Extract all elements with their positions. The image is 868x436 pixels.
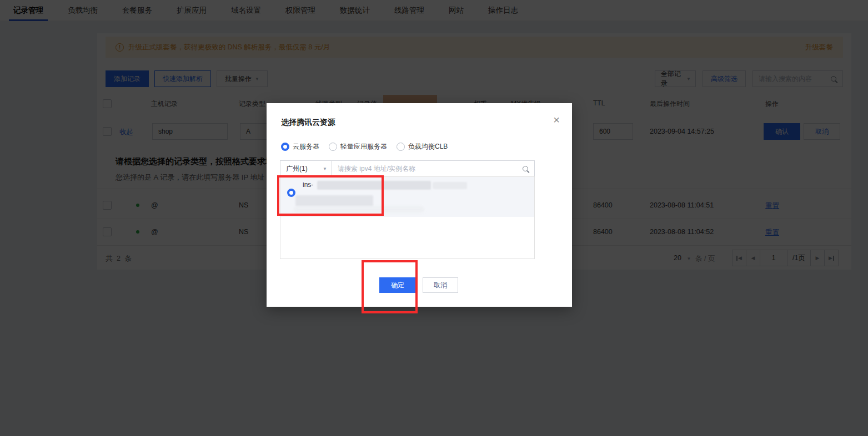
instance-search-box [332,160,535,177]
cancel-button[interactable]: 取消 [423,277,458,293]
dialog-buttons: 确定 取消 [379,277,458,293]
radio-icon [329,143,337,151]
redacted-text [317,181,431,190]
instance-id-prefix: ins- [303,181,313,189]
chevron-down-icon: ▼ [323,166,327,171]
select-resource-dialog: 选择腾讯云资源 × 云服务器 轻量应用服务器 负载均衡CLB 广州(1) ▼ [267,103,572,307]
radio-selected-icon [287,189,295,197]
radio-cvm[interactable]: 云服务器 [281,142,319,151]
redacted-text [294,206,424,212]
confirm-button[interactable]: 确定 [379,277,416,293]
redacted-text [433,182,467,189]
instance-search-input[interactable] [332,161,534,176]
resource-type-radios: 云服务器 轻量应用服务器 负载均衡CLB [281,142,448,151]
region-select[interactable]: 广州(1) ▼ [280,160,332,177]
radio-icon [397,143,405,151]
screen: 记录管理 负载均衡 套餐服务 扩展应用 域名设置 权限管理 数据统计 线路管理 … [0,0,868,436]
radio-lighthouse[interactable]: 轻量应用服务器 [329,142,387,151]
radio-selected-icon [281,143,289,151]
radio-clb[interactable]: 负载均衡CLB [397,142,448,151]
instance-list: ins- [280,176,535,259]
search-icon[interactable] [522,165,530,173]
dialog-title: 选择腾讯云资源 [281,118,335,128]
instance-list-item[interactable]: ins- [280,177,534,217]
redacted-text [295,195,373,206]
close-icon[interactable]: × [553,114,560,125]
